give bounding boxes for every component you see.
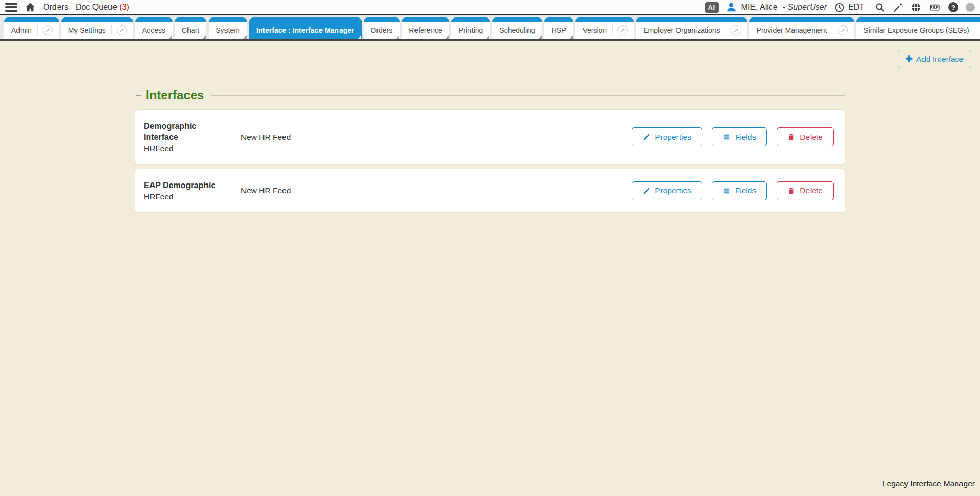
doc-queue-link[interactable]: Doc Queue (3) [76, 3, 129, 12]
tab-label: Orders [370, 26, 394, 34]
tab-label: System [215, 26, 241, 34]
tab-label: Printing [458, 26, 484, 34]
pencil-icon [643, 187, 650, 195]
interface-list: Demographic Interface HRFeed New HR Feed… [135, 109, 845, 213]
tab-bar: Admin↗ My Settings↗ Access Chart System … [0, 15, 980, 41]
tab-chart[interactable]: Chart [175, 17, 206, 39]
external-link-icon: ↗ [612, 25, 628, 35]
orders-menu-link[interactable]: Orders [43, 3, 68, 12]
delete-button[interactable]: Delete [777, 127, 834, 146]
tab-version[interactable]: Version↗ [575, 17, 634, 39]
tab-hsp[interactable]: HSP [544, 17, 574, 39]
external-link-icon: ↗ [833, 25, 848, 35]
delete-label: Delete [800, 133, 823, 142]
tab-label: Interface : Interface Manager [255, 26, 355, 34]
search-icon[interactable] [875, 2, 885, 13]
interface-name: Demographic Interface [144, 121, 231, 142]
tab-interface-manager-active[interactable]: Interface : Interface Manager [249, 17, 362, 39]
trash-icon [787, 133, 795, 141]
legacy-interface-manager-link[interactable]: Legacy Interface Manager [882, 479, 975, 488]
interface-row: EAP Demographic HRFeed New HR Feed Prope… [135, 169, 845, 213]
interface-name-column: EAP Demographic HRFeed [144, 180, 231, 201]
tab-system[interactable]: System [209, 17, 247, 39]
interface-name-column: Demographic Interface HRFeed [144, 121, 231, 153]
tab-access[interactable]: Access [135, 17, 173, 39]
help-icon[interactable]: ? [948, 2, 958, 12]
doc-queue-label: Doc Queue [76, 3, 117, 11]
ai-badge[interactable]: AI [705, 2, 719, 13]
user-name[interactable]: MIE, Alice [741, 3, 778, 12]
section-rule [211, 95, 845, 96]
clock-icon[interactable] [834, 2, 845, 13]
row-actions: Properties Fields Delete [632, 127, 834, 146]
tab-label: Reference [408, 26, 443, 34]
interfaces-section: Interfaces Demographic Interface HRFeed … [135, 41, 845, 213]
list-icon [723, 187, 730, 195]
section-header: Interfaces [136, 88, 845, 102]
tab-label: Version [581, 26, 608, 34]
interface-name: EAP Demographic [144, 180, 231, 191]
delete-button[interactable]: Delete [777, 181, 834, 200]
tab-label: Chart [181, 26, 200, 34]
external-link-icon: ↗ [37, 25, 53, 35]
pencil-icon [643, 133, 650, 141]
properties-button[interactable]: Properties [632, 181, 702, 200]
external-link-icon: ↗ [726, 25, 741, 35]
doc-queue-count: (3) [119, 3, 129, 11]
tab-orders[interactable]: Orders [364, 17, 400, 39]
row-actions: Properties Fields Delete [632, 181, 834, 200]
tab-label: Access [141, 26, 166, 34]
tab-printing[interactable]: Printing [451, 17, 490, 39]
add-interface-label: Add Interface [916, 54, 964, 64]
user-role: - SuperUser [783, 3, 827, 12]
tab-admin[interactable]: Admin↗ [4, 17, 59, 39]
trash-icon [787, 187, 795, 195]
tab-label: Provider Management [756, 26, 828, 34]
status-circle-icon[interactable] [966, 3, 975, 12]
interface-feed: New HR Feed [231, 186, 632, 195]
tab-label: Employer Organizations [642, 26, 721, 34]
tab-reference[interactable]: Reference [402, 17, 449, 39]
keyboard-icon[interactable] [929, 2, 941, 13]
properties-button[interactable]: Properties [632, 127, 702, 146]
fields-label: Fields [735, 133, 756, 142]
interface-code: HRFeed [144, 144, 231, 153]
wand-icon[interactable] [893, 2, 903, 13]
timezone-label[interactable]: EDT [848, 3, 864, 12]
hamburger-icon[interactable] [5, 3, 17, 12]
interface-code: HRFeed [144, 192, 231, 201]
collapse-dash-icon[interactable] [136, 95, 141, 96]
tab-label: Scheduling [498, 26, 536, 34]
main-content: ✚ Add Interface Interfaces Demographic I… [0, 41, 980, 494]
home-icon[interactable] [25, 2, 36, 13]
top-bar: Orders Doc Queue (3) AI MIE, Alice - Sup… [0, 0, 980, 15]
page-title: Interfaces [146, 88, 204, 102]
tab-similar-exposure-groups[interactable]: Similar Exposure Groups (SEGs)↗ [856, 17, 980, 39]
interface-row: Demographic Interface HRFeed New HR Feed… [135, 109, 845, 164]
tab-label: Similar Exposure Groups (SEGs) [862, 26, 970, 34]
add-interface-button[interactable]: ✚ Add Interface [898, 50, 971, 68]
tab-label: HSP [551, 26, 568, 34]
tab-my-settings[interactable]: My Settings↗ [61, 17, 133, 39]
interface-feed: New HR Feed [231, 133, 632, 142]
external-link-icon: ↗ [975, 25, 980, 35]
tab-employer-organizations[interactable]: Employer Organizations↗ [636, 17, 747, 39]
plus-icon: ✚ [906, 56, 913, 63]
tab-scheduling[interactable]: Scheduling [492, 17, 542, 39]
tab-label: Admin [10, 26, 33, 34]
user-icon[interactable] [726, 2, 737, 13]
delete-label: Delete [800, 186, 823, 195]
fields-button[interactable]: Fields [712, 181, 767, 200]
properties-label: Properties [655, 133, 691, 142]
fields-label: Fields [735, 186, 756, 195]
properties-label: Properties [655, 186, 691, 195]
list-icon [723, 133, 730, 141]
fields-button[interactable]: Fields [712, 127, 767, 146]
tab-provider-management[interactable]: Provider Management↗ [749, 17, 855, 39]
globe-icon[interactable] [911, 2, 921, 13]
tab-label: My Settings [67, 26, 107, 34]
external-link-icon: ↗ [111, 25, 127, 35]
